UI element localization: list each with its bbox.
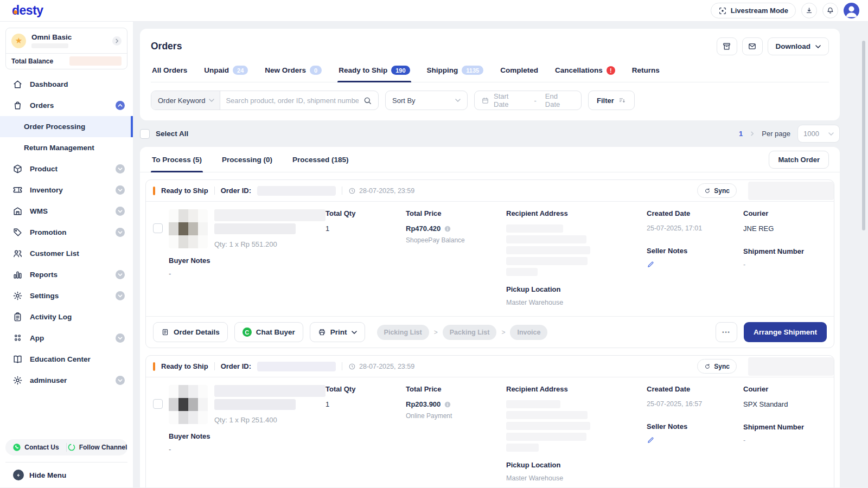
chevron-down-icon[interactable] [116,207,125,216]
sidebar-item-order-processing[interactable]: Order Processing [0,116,133,137]
tab-new-orders[interactable]: New Orders0 [264,60,323,82]
pickup-location-value: Master Warehouse [506,299,647,306]
subtab-processing[interactable]: Processing (0) [221,147,273,172]
step-separator: > [434,329,438,336]
more-actions-button[interactable]: ••• [716,322,737,342]
livestream-label: Livestream Mode [731,7,788,15]
tab-completed[interactable]: Completed [499,60,539,82]
edit-seller-notes-icon[interactable] [647,436,743,444]
packing-list-step[interactable]: Packing List [443,325,497,340]
vertical-scrollbar[interactable] [862,41,865,230]
contact-pill: Contact Us Follow Channel [5,439,127,455]
sidebar-item-education-center[interactable]: Education Center [0,349,133,370]
tab-cancellations[interactable]: Cancellations! [554,60,616,82]
chevron-down-icon[interactable] [116,185,125,195]
courier-value: SPX Standard [743,400,827,408]
hide-menu-button[interactable]: Hide Menu [5,462,127,487]
sidebar-item-settings[interactable]: Settings [0,285,133,306]
follow-channel-button[interactable]: Follow Channel [67,443,127,452]
clock-icon [348,187,356,195]
archive-button[interactable] [717,37,737,55]
info-icon[interactable] [444,225,451,233]
livestream-mode-button[interactable]: Livestream Mode [711,3,796,18]
whatsapp-icon [12,443,21,452]
sidebar-item-adminuser[interactable]: adminuser [0,370,133,391]
contact-us-button[interactable]: Contact Us [5,443,66,452]
sidebar-item-customer-list[interactable]: Customer List [0,243,133,264]
sidebar-item-reports[interactable]: Reports [0,264,133,285]
per-page-label: Per page [762,130,790,138]
warehouse-icon [12,206,23,216]
order-checkbox[interactable] [153,223,163,233]
sidebar-item-promotion[interactable]: Promotion [0,222,133,243]
match-order-button[interactable]: Match Order [769,151,829,169]
order-details-button[interactable]: Order Details [153,322,228,342]
edit-seller-notes-icon[interactable] [647,260,743,268]
tab-all-orders[interactable]: All Orders [151,60,188,82]
pickup-location-label: Pickup Location [506,285,647,293]
start-date-placeholder: Start Date [494,92,526,108]
sidebar-item-product[interactable]: Product [0,158,133,179]
next-page-chevron-icon[interactable] [750,131,755,136]
print-dropdown-button[interactable]: Print [310,322,365,342]
tab-returns[interactable]: Returns [631,60,661,82]
plan-chevron-right-icon[interactable] [112,36,122,46]
chevron-down-icon[interactable] [116,376,125,385]
select-all-label: Select All [156,130,188,138]
subtab-processed[interactable]: Processed (185) [291,147,350,172]
recipient-address-label: Recipient Address [506,385,647,393]
plan-name: Omni Basic [31,33,72,41]
sidebar-item-inventory[interactable]: Inventory [0,179,133,201]
arrange-shipment-button[interactable]: Arrange Shipment [744,322,827,342]
picking-list-step[interactable]: Picking List [377,325,429,340]
chevron-down-icon[interactable] [116,164,125,174]
sidebar-item-wms[interactable]: WMS [0,201,133,222]
filter-button[interactable]: Filter [588,91,635,110]
chevron-down-icon[interactable] [116,228,125,237]
subtab-to-process[interactable]: To Process (5) [151,147,203,172]
users-icon [12,248,23,259]
shipment-number-value: - [743,261,827,268]
invoice-step[interactable]: Invoice [510,325,547,340]
sync-button[interactable]: Sync [697,359,737,374]
sort-lines-icon [618,97,626,104]
chevron-down-icon[interactable] [116,291,125,300]
shipment-number-label: Shipment Number [743,423,827,431]
keyword-type-select[interactable]: Order Keyword [151,91,220,110]
desty-logo[interactable]: desty [12,4,43,17]
user-avatar[interactable] [844,3,859,18]
select-all-checkbox[interactable] [140,129,150,139]
redacted-order-id [257,186,336,196]
date-range-picker[interactable]: Start Date - End Date [474,91,582,110]
chevron-down-icon[interactable] [116,333,125,343]
sidebar-item-return-management[interactable]: Return Management [0,137,133,158]
order-checkbox[interactable] [153,399,163,409]
tab-unpaid[interactable]: Unpaid24 [203,60,249,82]
search-input[interactable] [220,97,363,105]
search-icon[interactable] [363,96,378,105]
book-icon [12,354,23,364]
download-dropdown-button[interactable]: Download [768,37,829,55]
sidebar-item-orders[interactable]: Orders [0,95,133,116]
chevron-down-icon[interactable] [116,270,125,279]
sync-button[interactable]: Sync [697,183,737,198]
chevron-up-icon[interactable] [116,101,125,110]
sort-by-select[interactable]: Sort By [385,91,468,110]
sidebar-item-app[interactable]: App [0,328,133,349]
email-button[interactable] [742,37,763,55]
chat-buyer-button[interactable]: CChat Buyer [234,322,303,342]
sidebar: ★ Omni Basic Total Balance Dashboard Ord… [0,22,133,487]
tab-shipping[interactable]: Shipping1135 [426,60,485,82]
per-page-select[interactable]: 1000 [797,125,840,143]
sidebar-item-dashboard[interactable]: Dashboard [0,74,133,95]
notifications-button[interactable] [822,3,838,18]
sidebar-item-activity-log[interactable]: Activity Log [0,306,133,328]
redacted-product-title [214,209,326,221]
shipping-count-badge: 1135 [462,66,483,75]
tab-ready-to-ship[interactable]: Ready to Ship190 [337,60,411,82]
calendar-icon [481,97,489,105]
total-balance-label: Total Balance [11,57,53,65]
download-center-button[interactable] [801,3,817,18]
page-number[interactable]: 1 [739,130,743,138]
info-icon[interactable] [444,401,451,408]
